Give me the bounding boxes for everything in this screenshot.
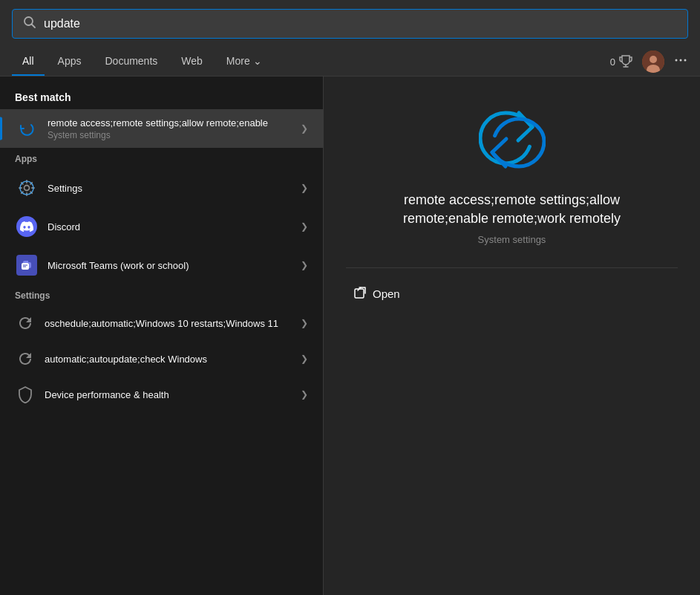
tab-more[interactable]: More ⌄ xyxy=(216,48,272,76)
avatar[interactable] xyxy=(642,51,664,73)
open-label: Open xyxy=(373,287,400,300)
autoupdate-icon xyxy=(15,348,36,369)
preview-icon xyxy=(479,106,546,173)
best-match-text: remote access;remote settings;allow remo… xyxy=(48,117,292,140)
settings-app-title: Settings xyxy=(48,183,292,194)
best-match-item[interactable]: remote access;remote settings;allow remo… xyxy=(0,109,323,148)
svg-point-5 xyxy=(676,59,678,61)
tab-documents[interactable]: Documents xyxy=(94,48,168,76)
open-icon xyxy=(353,286,367,302)
chevron-right-icon: ❯ xyxy=(301,123,308,134)
preview-title: remote access;remote settings;allow remo… xyxy=(371,191,653,228)
refresh-icon xyxy=(15,313,36,334)
list-item-settings[interactable]: Settings ❯ xyxy=(0,169,323,207)
left-panel: Best match remote access;remote settings… xyxy=(0,77,323,595)
chevron-down-icon: ⌄ xyxy=(253,55,262,67)
svg-line-1 xyxy=(32,25,36,28)
list-item-devperf[interactable]: Device performance & health ❯ xyxy=(0,377,323,412)
best-match-subtitle: System settings xyxy=(48,130,292,140)
svg-point-6 xyxy=(680,59,682,61)
list-item-discord[interactable]: Discord ❯ xyxy=(0,207,323,246)
best-match-title: remote access;remote settings;allow remo… xyxy=(48,117,292,129)
settings-app-icon xyxy=(15,176,39,200)
divider xyxy=(346,267,678,268)
devperf-title: Device performance & health xyxy=(45,389,292,400)
tab-apps[interactable]: Apps xyxy=(48,48,92,76)
chevron-right-icon: ❯ xyxy=(301,318,308,328)
settings-app-text: Settings xyxy=(48,183,292,194)
trophy-icon xyxy=(618,53,633,71)
chevron-right-icon: ❯ xyxy=(301,354,308,364)
search-bar xyxy=(12,9,688,39)
list-item-teams[interactable]: Microsoft Teams (work or school) ❯ xyxy=(0,246,323,285)
more-options-button[interactable] xyxy=(673,53,688,71)
oschedule-text: oschedule;automatic;Windows 10 restarts;… xyxy=(45,318,292,329)
chevron-right-icon: ❯ xyxy=(301,221,308,232)
svg-point-8 xyxy=(24,186,30,191)
tab-all[interactable]: All xyxy=(12,48,45,76)
right-panel: remote access;remote settings;allow remo… xyxy=(323,77,700,595)
discord-text: Discord xyxy=(48,221,292,233)
search-icon xyxy=(23,16,36,32)
main-content: Best match remote access;remote settings… xyxy=(0,77,700,595)
svg-point-3 xyxy=(650,56,657,63)
tabs-row: All Apps Documents Web More ⌄ 0 xyxy=(0,48,700,77)
list-item-autoupdate[interactable]: automatic;autoupdate;check Windows ❯ xyxy=(0,341,323,377)
open-button[interactable]: Open xyxy=(353,286,400,302)
search-bar-wrapper xyxy=(0,0,700,48)
autoupdate-title: automatic;autoupdate;check Windows xyxy=(45,354,292,365)
oschedule-title: oschedule;automatic;Windows 10 restarts;… xyxy=(45,318,292,329)
best-match-label: Best match xyxy=(0,88,323,109)
search-input[interactable] xyxy=(44,17,677,30)
devperf-text: Device performance & health xyxy=(45,389,292,400)
tab-web[interactable]: Web xyxy=(171,48,213,76)
shield-icon xyxy=(15,384,36,405)
chevron-right-icon: ❯ xyxy=(301,260,308,270)
chevron-right-icon: ❯ xyxy=(301,389,308,400)
teams-icon xyxy=(15,253,39,277)
svg-point-7 xyxy=(684,59,687,61)
list-item-oschedule[interactable]: oschedule;automatic;Windows 10 restarts;… xyxy=(0,305,323,341)
trophy-count: 0 xyxy=(610,53,633,71)
settings-section-label: Settings xyxy=(0,285,323,305)
teams-title: Microsoft Teams (work or school) xyxy=(48,260,292,271)
preview-subtitle: System settings xyxy=(478,234,546,245)
apps-section-label: Apps xyxy=(0,148,323,169)
autoupdate-text: automatic;autoupdate;check Windows xyxy=(45,354,292,365)
teams-text: Microsoft Teams (work or school) xyxy=(48,260,292,271)
svg-rect-12 xyxy=(355,289,364,298)
discord-icon xyxy=(15,215,39,238)
chevron-right-icon: ❯ xyxy=(301,183,308,193)
remote-settings-icon xyxy=(15,117,39,140)
tabs-right: 0 xyxy=(610,51,688,73)
discord-title: Discord xyxy=(48,221,292,233)
